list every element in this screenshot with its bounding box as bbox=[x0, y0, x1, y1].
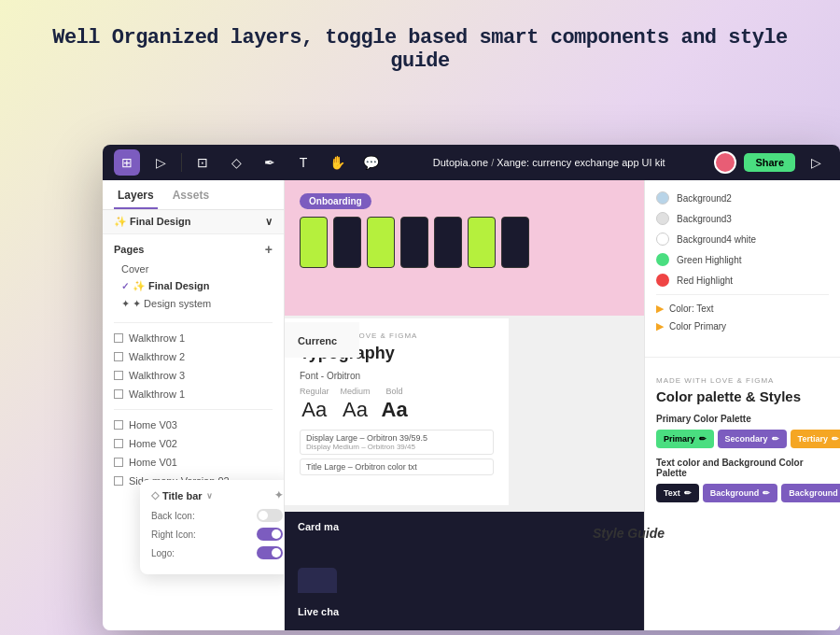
style-guide-panel: Background2 Background3 Background4 whit… bbox=[644, 180, 840, 630]
swatch-bg4: Background4 white bbox=[656, 233, 829, 246]
layer-item-walkthrow3[interactable]: Walkthrow 3 bbox=[103, 366, 284, 385]
pencil-icon: ✏ bbox=[832, 434, 839, 444]
pencil-icon: ✏ bbox=[684, 488, 692, 498]
chevron-icon: ∨ bbox=[206, 491, 213, 501]
toolbar-pen-icon[interactable]: ✒ bbox=[257, 149, 283, 176]
palette-btn-secondary[interactable]: Secondary ✏ bbox=[718, 430, 787, 448]
toggle-right-icon-row: Right Icon: bbox=[151, 528, 283, 541]
text-palette-title: Text color and Background Color Palette bbox=[656, 458, 829, 478]
onboarding-tag: Onboarding bbox=[300, 193, 371, 209]
page-item-design-system[interactable]: ✦ ✦ Design system bbox=[114, 295, 273, 313]
tab-assets[interactable]: Assets bbox=[169, 189, 213, 209]
phone-mock-2 bbox=[333, 217, 361, 268]
color-dot-green bbox=[656, 253, 669, 266]
phone-mock-3 bbox=[367, 217, 395, 268]
live-section: Live cha bbox=[285, 593, 574, 630]
pencil-icon: ✏ bbox=[699, 434, 707, 444]
font-weight-regular: Regular Aa bbox=[300, 387, 329, 422]
font-weight-bold: Bold Aa bbox=[382, 387, 408, 422]
canvas-area: Onboarding MADE WITH LO bbox=[285, 180, 840, 630]
style-guide-canvas-label: Style Guide bbox=[593, 526, 665, 541]
toolbar-shape-icon[interactable]: ◇ bbox=[223, 149, 249, 176]
toolbar-more-icon[interactable]: ▷ bbox=[803, 149, 829, 176]
currency-section-label: Currenc bbox=[285, 322, 359, 358]
layers-tabs: Layers Assets bbox=[103, 180, 284, 210]
font-name: Font - Orbitron bbox=[300, 371, 494, 381]
page-title: Well Organized layers, toggle based smar… bbox=[37, 26, 803, 73]
phone-mock-7 bbox=[501, 217, 529, 268]
component-popup-title: ◇ Title bar ∨ ✦ bbox=[151, 489, 283, 501]
page-item-cover[interactable]: Cover bbox=[114, 261, 273, 277]
pages-label: Pages + bbox=[114, 242, 273, 257]
layer-divider2 bbox=[114, 409, 273, 410]
layer-divider bbox=[114, 322, 273, 323]
text-btn-text[interactable]: Text ✏ bbox=[656, 484, 699, 502]
text-btn-bg2[interactable]: Background ✏ bbox=[781, 484, 840, 502]
primary-palette-title: Primary Color Palette bbox=[656, 414, 829, 424]
style-guide-detail: MADE WITH LOVE & FIGMA Color palette & S… bbox=[645, 365, 840, 514]
phone-mock-5 bbox=[434, 217, 462, 268]
tab-layers[interactable]: Layers bbox=[114, 189, 158, 209]
toggle-knob bbox=[272, 529, 281, 539]
toggle-logo[interactable] bbox=[257, 546, 283, 559]
layer-item-homev03[interactable]: Home V03 bbox=[103, 416, 284, 434]
sg-meta: MADE WITH LOVE & FIGMA bbox=[656, 376, 829, 385]
layer-item-walkthrow2[interactable]: Walkthrow 2 bbox=[103, 347, 284, 366]
layer-item-homev02[interactable]: Home V02 bbox=[103, 434, 284, 453]
typo-display-items: Display Large – Orbitron 39/59.5 Display… bbox=[300, 430, 494, 475]
toolbar-comment-icon[interactable]: 💬 bbox=[357, 149, 384, 176]
grid-icon bbox=[114, 352, 123, 361]
folder-color-primary[interactable]: ▶ Color Primary bbox=[656, 320, 829, 332]
settings-icon[interactable]: ✦ bbox=[274, 489, 283, 501]
palette-btn-primary[interactable]: Primary ✏ bbox=[656, 430, 714, 448]
toolbar-breadcrumb: Dutopia.one / Xange: currency exchange a… bbox=[391, 157, 707, 168]
sg-title: Color palette & Styles bbox=[656, 388, 829, 404]
swatch-red: Red Highlight bbox=[656, 274, 829, 287]
pages-section: Pages + Cover ✓ ✨ Final Design ✦ ✦ Desig… bbox=[103, 234, 284, 317]
folder-icon: ▶ bbox=[656, 320, 664, 332]
share-button[interactable]: Share bbox=[744, 153, 795, 172]
color-dot-bg4 bbox=[656, 233, 669, 246]
color-dot-bg3 bbox=[656, 212, 669, 225]
toolbar-text-icon[interactable]: T bbox=[290, 149, 316, 176]
grid-icon bbox=[114, 389, 123, 399]
toolbar-frame-icon[interactable]: ⊡ bbox=[189, 149, 216, 176]
toolbar: ⊞ ▷ ⊡ ◇ ✒ T ✋ 💬 Dutopia.one / Xange: cur… bbox=[103, 145, 840, 180]
toolbar-main-icon[interactable]: ⊞ bbox=[114, 149, 140, 176]
folder-color-text[interactable]: ▶ Color: Text bbox=[656, 303, 829, 315]
toggle-back-icon[interactable] bbox=[257, 509, 283, 522]
pencil-icon: ✏ bbox=[772, 434, 779, 444]
palette-btn-tertiary[interactable]: Tertiary ✏ bbox=[791, 430, 840, 448]
color-dot-bg2 bbox=[656, 191, 669, 205]
pencil-icon: ✏ bbox=[763, 488, 770, 498]
typo-display-row-2: Title Large – Orbitron color txt bbox=[300, 459, 494, 475]
toggle-right-icon[interactable] bbox=[257, 528, 283, 541]
grid-icon bbox=[114, 371, 123, 380]
layer-item-walkthrow1b[interactable]: Walkthrow 1 bbox=[103, 385, 284, 403]
grid-icon bbox=[114, 333, 123, 343]
toolbar-pointer-icon[interactable]: ▷ bbox=[147, 149, 174, 176]
color-swatches: Background2 Background3 Background4 whit… bbox=[645, 180, 840, 349]
component-popup: ◇ Title bar ∨ ✦ Back Icon: Right Icon: bbox=[140, 480, 285, 574]
toggle-knob bbox=[272, 548, 281, 557]
folder-icon: ▶ bbox=[656, 303, 664, 315]
card-label: Card ma bbox=[298, 521, 631, 532]
final-design-label: ✨ Final Design bbox=[114, 216, 190, 228]
text-palette-buttons: Text ✏ Background ✏ Background ✏ bbox=[656, 484, 829, 502]
toolbar-hand-icon[interactable]: ✋ bbox=[324, 149, 350, 176]
add-page-button[interactable]: + bbox=[265, 242, 273, 257]
typo-display-row-1: Display Large – Orbitron 39/59.5 Display… bbox=[300, 430, 494, 455]
chevron-down-icon[interactable]: ∨ bbox=[265, 216, 273, 228]
font-weights: Regular Aa Medium Aa Bold Aa bbox=[300, 387, 494, 422]
toggle-logo-row: Logo: bbox=[151, 546, 283, 559]
grid-icon bbox=[114, 458, 123, 467]
diamond-icon: ◇ bbox=[151, 489, 159, 501]
text-btn-bg1[interactable]: Background ✏ bbox=[703, 484, 778, 502]
check-icon: ✓ bbox=[121, 281, 129, 291]
right-panel-divider2 bbox=[645, 357, 840, 358]
layer-item-walkthrow1[interactable]: Walkthrow 1 bbox=[103, 329, 284, 347]
main-body: Layers Assets ✨ Final Design ∨ Pages + C… bbox=[103, 180, 840, 630]
page-item-final-design[interactable]: ✓ ✨ Final Design bbox=[114, 277, 273, 295]
layer-item-homev01[interactable]: Home V01 bbox=[103, 453, 284, 472]
page-background: Well Organized layers, toggle based smar… bbox=[0, 0, 840, 92]
